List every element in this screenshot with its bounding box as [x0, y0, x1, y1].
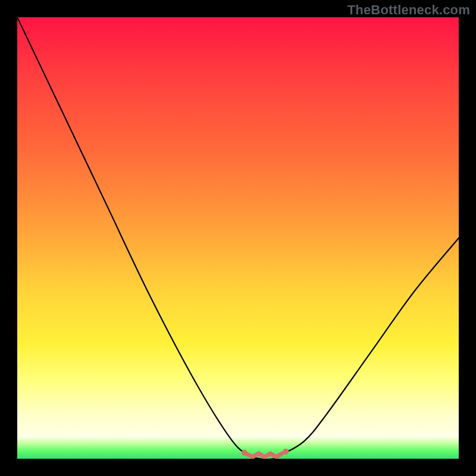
svg-point-0 [242, 450, 248, 456]
plot-area [17, 17, 459, 459]
svg-point-1 [283, 449, 289, 455]
chart-container: TheBottleneck.com [0, 0, 476, 476]
bottleneck-curve [17, 17, 459, 459]
watermark-text: TheBottleneck.com [347, 2, 470, 18]
